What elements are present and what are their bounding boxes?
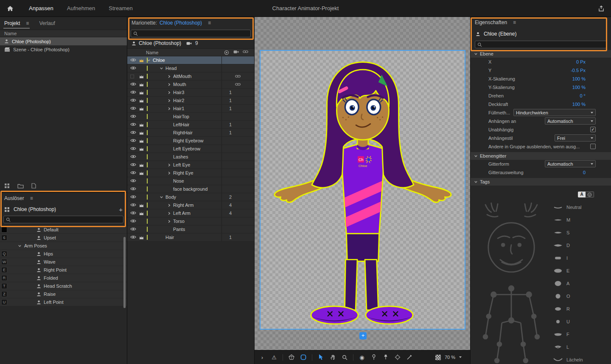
crown-icon[interactable] [139,106,144,111]
checkbox[interactable]: ✓ [590,127,596,132]
eye-icon[interactable] [130,187,136,191]
puppet-root-row[interactable]: Chloe (Photoshop) 9 [127,39,254,47]
crown-icon[interactable] [139,58,144,63]
tag-row[interactable]: Lächeln [551,353,611,364]
section-header-ebenengitter[interactable]: Ebenengitter [471,152,611,160]
property-value[interactable]: 0 ° [580,93,586,98]
section-header-ebene[interactable]: Ebene [471,50,611,58]
trigger-row[interactable]: THead Scratch [0,282,127,290]
panel-tab-projekt[interactable]: Projekt≡ [4,17,29,30]
folder-icon[interactable] [17,183,24,189]
puppet-layer-row[interactable]: Left Eyebrow [127,145,254,153]
eye-icon[interactable] [130,219,136,223]
chevron-right-icon[interactable] [167,171,171,175]
tag-row[interactable]: Neutral [551,201,611,214]
crown-icon[interactable] [139,122,144,127]
chevron-right-icon[interactable] [167,211,171,215]
tag-row[interactable]: F [551,328,611,341]
eye-icon[interactable] [130,235,136,239]
trigger-row[interactable]: ERight Point [0,266,127,274]
lip-sync-link-icon[interactable] [235,75,241,78]
properties-search-input[interactable] [484,42,604,47]
zoom-tool-icon[interactable] [341,354,348,361]
puppet-layer-row[interactable]: Left Eye [127,161,254,169]
puppet-layer-row[interactable]: LeftHair1 [127,121,254,129]
puppet-layer-row[interactable]: Hair31 [127,89,254,97]
artboard-selection-bounds[interactable]: Ch Chloe [260,50,465,330]
chevron-down-icon[interactable] [160,67,163,70]
link-icon[interactable] [243,50,248,53]
chevron-right-icon[interactable] [167,99,171,103]
trigger-row[interactable]: Default [0,226,127,234]
eye-icon[interactable] [130,179,136,183]
scrollbar[interactable] [123,237,126,308]
panel-menu-icon[interactable]: ≡ [26,20,29,26]
dropdown[interactable]: Automatisch [545,117,596,125]
workspace-tab-streamen[interactable]: Streamen [102,0,139,17]
trigger-row[interactable]: WWave [0,258,127,266]
chevron-right-icon[interactable] [167,220,171,223]
eye-icon[interactable] [130,122,136,126]
tag-row[interactable]: S [551,226,611,239]
tag-mode-face-button[interactable] [586,192,594,197]
trigger-key[interactable]: T [1,283,7,289]
puppet-layer-row[interactable]: Torso [127,217,254,225]
project-item[interactable]: Chloe (Photoshop) [0,37,127,45]
tag-row[interactable]: U [551,315,611,328]
chevron-right-icon[interactable] [167,107,171,111]
crown-icon[interactable] [139,74,144,79]
home-icon[interactable] [7,6,14,11]
panel-tab-verlauf[interactable]: Verlauf [39,17,55,30]
trigger-row[interactable]: QHips [0,250,127,258]
eye-icon[interactable] [130,58,136,62]
eye-icon[interactable] [130,227,136,231]
eye-icon[interactable] [130,98,136,102]
dropdown[interactable]: Hindurchwirken [513,109,596,116]
add-handle-button[interactable]: + [359,332,367,339]
transparency-grid-icon[interactable] [435,355,441,360]
eye-icon[interactable] [130,90,136,94]
workspace-tab-anpassen[interactable]: Anpassen [22,0,60,17]
eye-hidden-box[interactable] [130,74,134,79]
trigger-row[interactable]: 6Upset [0,234,127,242]
puppet-name-link[interactable]: Chloe (Photoshop) [160,20,202,26]
puppet-layer-row[interactable]: Pants [127,225,254,233]
property-value[interactable]: 100 % [572,76,586,81]
triggers-search[interactable] [3,216,123,223]
select-tool-icon[interactable] [317,354,324,361]
crosshair-icon[interactable] [394,354,401,361]
eye-icon[interactable] [130,106,136,110]
puppet-layer-row[interactable]: Body2 [127,193,254,201]
tag-row[interactable]: L [551,341,611,353]
property-value[interactable]: -0.5 Px [571,68,586,73]
tag-row[interactable]: R [551,303,611,315]
trigger-row[interactable]: Arm Poses [0,242,127,250]
crown-icon[interactable] [139,139,144,143]
outline-icon[interactable] [300,354,307,361]
panel-chevron-icon[interactable]: › [259,354,266,361]
crown-icon[interactable] [139,235,144,240]
puppet-layer-row[interactable]: Hair1 [127,233,254,242]
trigger-key[interactable]: Q [1,251,7,257]
puppet-layer-row[interactable]: AltMouth [127,72,254,81]
trigger-key[interactable]: R [1,275,7,281]
crown-icon[interactable] [139,171,144,175]
mesh-icon[interactable] [288,354,295,361]
record-toggle-icon[interactable]: ◉ [359,354,365,361]
new-item-icon[interactable] [31,183,36,189]
eye-icon[interactable] [130,171,136,175]
puppet-layer-row[interactable]: Right Eyebrow [127,137,254,145]
eye-icon[interactable] [130,203,136,207]
panel-menu-icon[interactable]: ≡ [30,195,33,201]
puppet-layer-row[interactable]: Left Arm4 [127,209,254,217]
chevron-right-icon[interactable] [167,163,171,167]
chevron-down-icon[interactable] [459,356,462,358]
zoom-level[interactable]: 70 % [445,355,455,360]
behavior-tag-icon[interactable] [224,50,229,55]
trigger-key[interactable]: Z [1,291,7,297]
puppet-layer-row[interactable]: RightHair1 [127,129,254,137]
share-icon[interactable] [598,6,604,11]
eye-icon[interactable] [130,131,136,134]
dragger-tool-icon[interactable] [406,354,413,361]
trigger-key[interactable] [1,227,7,233]
